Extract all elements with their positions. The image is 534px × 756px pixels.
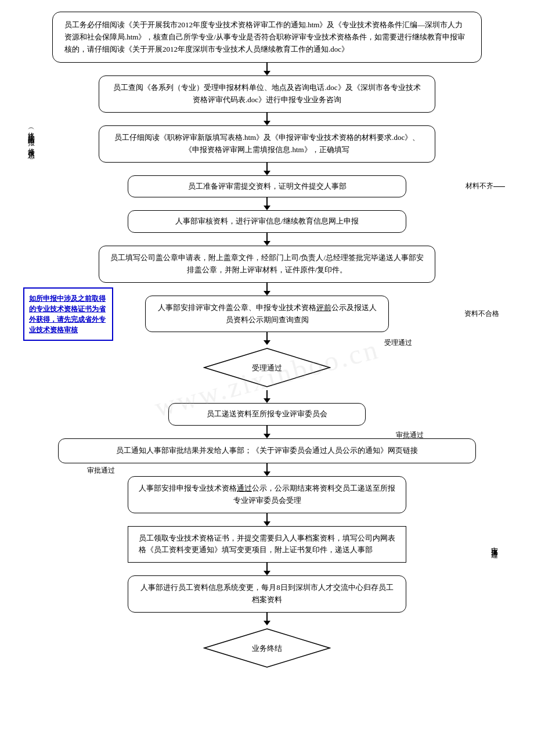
svg-text:受理通过: 受理通过 (252, 363, 282, 372)
block7-row: 如所申报中涉及之前取得的专业技术资格证书为省外获得，请先完成省外专业技术资格审核… (17, 296, 517, 333)
arrow11 (264, 513, 270, 526)
diamond-end-row: 业务终结 (17, 628, 517, 668)
block11-row: 员工领取专业技术资格证书，并提交需要归入人事档案资料，填写公司内网表格《员工资料… (17, 526, 517, 563)
left-label-text: （终止）撤回申报、修改信息 (26, 125, 36, 147)
block1: 员工务必仔细阅读《关于开展我市2012年度专业技术资格评审工作的通知.htm》及… (52, 12, 482, 63)
arrow2 (264, 113, 270, 125)
right-label-approve-fail: 审批未通过 (489, 541, 499, 547)
arrow8 (264, 390, 270, 403)
block10: 人事部安排申报专业技术资格通过公示，公示期结束将资料交员工递送至所报专业评审委员… (128, 476, 406, 513)
arrow10-section: 审批通过 (17, 463, 517, 476)
block11: 员工领取专业技术资格证书，并提交需要归入人事档案资料，填写公司内网表格《员工资料… (128, 526, 406, 563)
block12: 人事部进行员工资料信息系统变更，每月8日到深圳市人才交流中心归存员工档案资料 (128, 575, 406, 613)
label-approve-pass2: 审批通过 (87, 466, 115, 476)
diamond1-shape: 受理通过 (203, 347, 331, 388)
arrow12 (264, 563, 270, 575)
diamond-end-shape: 业务终结 (203, 628, 331, 668)
block3: 员工仔细阅读《职称评审新版填写表格.htm》及《申报评审专业技术资格的材料要求.… (99, 125, 435, 163)
svg-text:业务终结: 业务终结 (252, 644, 282, 653)
arrow13 (264, 613, 270, 625)
arrow6 (264, 283, 270, 296)
arrow7 (264, 332, 270, 345)
arrow7-section: 受理通过 (17, 332, 517, 345)
block6: 员工填写公司盖公章申请表，附上盖章文件，经部门上司/负责人/总经理签批完毕递送人… (99, 246, 435, 283)
block10-row: 人事部安排申报专业技术资格通过公示，公示期结束将资料交员工递送至所报专业评审委员… (17, 476, 517, 513)
block4-row: 员工准备评审需提交资料，证明文件提交人事部 材料不齐 (17, 175, 517, 198)
block9: 员工通知人事部审批结果并发给人事部；《关于评审委员会通过人员公示的通知》网页链接 (58, 438, 476, 463)
arrow3 (264, 163, 270, 175)
block2: 员工查阅《各系列（专业）受理申报材料单位、地点及咨询电话.doc》及《深圳市各专… (99, 75, 435, 113)
block8: 员工递送资料至所报专业评审委员会 (168, 403, 366, 426)
right-label-fail: 资料不合格 (464, 309, 499, 319)
block4: 员工准备评审需提交资料，证明文件提交人事部 (128, 175, 406, 198)
arrow5 (264, 233, 270, 246)
block7: 人事部安排评审文件盖公章、申报专业技术资格评前公示及报送人员资料公示期间查询查阅 (145, 296, 389, 333)
right-label-material: 材料不齐 (466, 181, 493, 191)
arrow4 (264, 197, 270, 210)
flowchart: 员工务必仔细阅读《关于开展我市2012年度专业技术资格评审工作的通知.htm》及… (17, 12, 517, 671)
arrow10 (264, 463, 270, 476)
block5: 人事部审核资料，进行评审信息/继续教育信息网上申报 (128, 210, 406, 233)
diamond1-row: 受理通过 (17, 347, 517, 388)
arrow1 (264, 63, 270, 75)
label-receive-pass: 受理通过 (384, 338, 412, 348)
left-label-withdraw: （终止）撤回申报、修改信息 (26, 125, 36, 163)
block3-row: （终止）撤回申报、修改信息 员工仔细阅读《职称评审新版填写表格.htm》及《申报… (17, 125, 517, 163)
block7-underline: 评前 (316, 303, 331, 312)
arrow9 (264, 426, 270, 438)
block10-underline: 通过 (237, 484, 252, 492)
arrow9-section: 审批通过 (17, 426, 517, 438)
right-arrow-material (493, 186, 505, 188)
label-approve-pass1: 审批通过 (396, 430, 424, 440)
